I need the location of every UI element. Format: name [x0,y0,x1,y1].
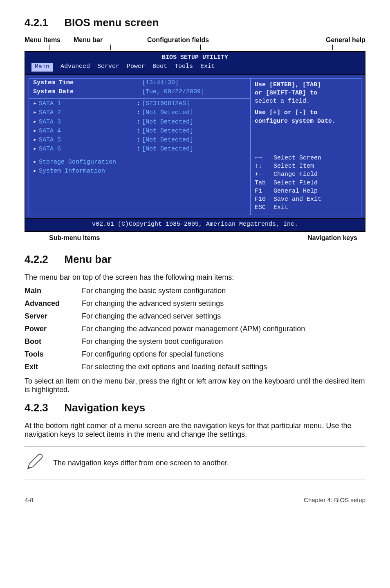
section-title: Navigation keys [64,402,145,414]
bios-row-sata4[interactable]: ▸SATA 4 : [Not Detected] [29,127,250,136]
bios-tab-boot[interactable]: Boot [152,63,167,72]
page-footer: 4-8 Chapter 4: BIOS setup [25,496,365,503]
triangle-icon: ▸ [33,100,39,108]
triangle-icon: ▸ [33,145,39,153]
menubar-lead: The menu bar on top of the screen has th… [25,273,365,282]
heading-nav-keys: 4.2.3 Navigation keys [25,402,365,414]
triangle-icon: ▸ [33,109,39,117]
diagram-top-labels: Menu items Menu bar Configuration fields… [25,36,365,50]
def-desc: For changing the basic system configurat… [82,287,365,295]
def-desc: For changing the advanced server setting… [82,312,365,321]
help-line: Use [+] or [-] to [255,109,357,117]
bios-field-value: [Tue, 09/22/2009] [142,88,246,96]
bios-row-time[interactable]: System Time [13:44:30] [29,79,250,88]
bios-field-value: [13:44:30] [142,79,246,87]
bios-tab-advanced[interactable]: Advanced [61,63,90,72]
bios-row-sata2[interactable]: ▸SATA 2 : [Not Detected] [29,108,250,117]
help-line: configure system Date. [255,117,357,126]
bios-tab-server[interactable]: Server [97,63,119,72]
def-desc: For selecting the exit options and loadi… [82,363,365,371]
footer-chapter: Chapter 4: BIOS setup [304,496,365,503]
label-menu-bar: Menu bar [74,36,103,43]
help-line: or [SHIFT-TAB] to [255,89,357,97]
def-term: Advanced [25,299,82,308]
footer-page-number: 4-8 [25,496,34,503]
label-general-help: General help [326,36,365,43]
bios-row-sata5[interactable]: ▸SATA 5 : [Not Detected] [29,136,250,145]
heading-bios-menu-screen: 4.2.1 BIOS menu screen [25,16,365,29]
note-text: The navigation keys differ from one scre… [53,459,365,467]
section-number: 4.2.2 [25,253,61,266]
bios-help-pane: Use [ENTER], [TAB] or [SHIFT-TAB] to sel… [250,78,361,215]
triangle-icon: ▸ [33,167,39,175]
bios-tab-power[interactable]: Power [127,63,145,72]
bios-field-label: System Date [33,88,135,96]
def-desc: For changing the advanced system setting… [82,299,365,308]
def-term: Boot [25,337,82,346]
bios-submenu-storage[interactable]: ▸Storage Configuration [29,158,250,167]
bios-row-date[interactable]: System Date [Tue, 09/22/2009] [29,88,250,97]
bios-submenu-sysinfo[interactable]: ▸System Information [29,167,250,176]
bios-tabs: Main Advanced Server Power Boot Tools Ex… [25,62,365,74]
def-term: Tools [25,350,82,359]
label-nav-keys: Navigation keys [307,234,357,242]
pencil-icon [25,452,53,474]
label-config-fields: Configuration fields [147,36,209,43]
bios-tab-exit[interactable]: Exit [200,63,215,72]
help-line: select a field. [255,97,357,105]
def-term: Exit [25,363,82,371]
section-title: BIOS menu screen [64,16,159,29]
note-box: The navigation keys differ from one scre… [25,446,365,480]
def-desc: For changing the system boot configurati… [82,337,365,346]
bios-row-sata3[interactable]: ▸SATA 3 : [Not Detected] [29,118,250,127]
heading-menu-bar: 4.2.2 Menu bar [25,253,365,266]
def-term: Main [25,287,82,295]
triangle-icon: ▸ [33,127,39,135]
def-desc: For changing the advanced power manageme… [82,325,365,333]
bios-copyright: v02.61 (C)Copyright 1985-2009, American … [25,218,365,231]
diagram-bottom-labels: Sub-menu items Navigation keys [49,234,357,242]
bios-row-sata6[interactable]: ▸SATA 6 : [Not Detected] [29,145,250,154]
triangle-icon: ▸ [33,118,39,126]
section-number: 4.2.3 [25,402,61,414]
menu-definitions: Main For changing the basic system confi… [25,287,365,371]
bios-nav-block: ←→Select Screen ↑↓Select Item +-Change F… [255,154,357,212]
navkeys-para: At the bottom right corner of a menu scr… [25,422,365,439]
label-menu-items: Menu items [25,36,61,43]
bios-title: BIOS SETUP UTILITY [25,52,365,62]
section-title: Menu bar [64,253,112,265]
bios-tab-tools[interactable]: Tools [175,63,193,72]
help-line: Use [ENTER], [TAB] [255,81,357,89]
bios-row-sata1[interactable]: ▸SATA 1 : [ST3160812AS] [29,99,250,108]
def-term: Server [25,312,82,321]
bios-tab-main[interactable]: Main [31,63,53,72]
triangle-icon: ▸ [33,136,39,144]
label-sub-menu: Sub-menu items [49,234,100,242]
section-number: 4.2.1 [25,16,61,29]
bios-field-label: System Time [33,79,135,87]
triangle-icon: ▸ [33,158,39,166]
def-term: Power [25,325,82,333]
menubar-tail: To select an item on the menu bar, press… [25,377,365,394]
def-desc: For configuring options for special func… [82,350,365,359]
bios-screenshot: BIOS SETUP UTILITY Main Advanced Server … [25,51,365,232]
